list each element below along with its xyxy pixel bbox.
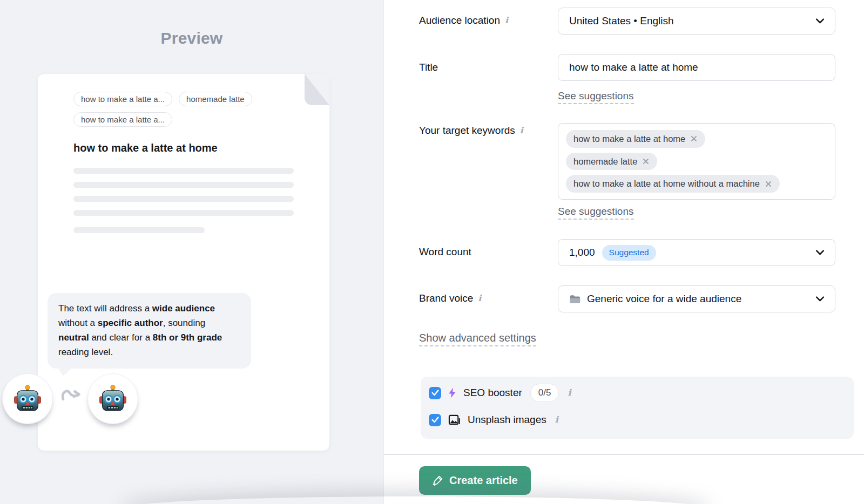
info-icon[interactable]: i xyxy=(478,294,481,303)
robot-avatar xyxy=(87,373,138,424)
suggested-badge: Suggested xyxy=(602,245,656,261)
keywords-see-suggestions-link[interactable]: See suggestions xyxy=(558,206,634,220)
title-label: Title xyxy=(419,62,438,73)
skeleton-line xyxy=(73,168,294,174)
preview-tag: homemade latte xyxy=(179,92,252,106)
seo-booster-option: SEO booster 0/5 i xyxy=(429,383,854,403)
skeleton-line xyxy=(73,182,294,188)
check-icon xyxy=(431,417,439,423)
keyword-chip-text: homemade latte xyxy=(573,156,637,167)
preview-keyword-tags: how to make a latte a... homemade latte … xyxy=(73,92,294,127)
unsplash-images-checkbox[interactable] xyxy=(429,414,441,426)
tooltip-text: The text will address a xyxy=(58,303,152,314)
tooltip-text: reading level. xyxy=(58,347,113,357)
keyword-chip: how to make a latte at home without a ma… xyxy=(566,175,780,193)
robot-icon xyxy=(98,384,127,413)
page-fold-corner xyxy=(305,74,329,105)
seo-booster-count-badge: 0/5 xyxy=(530,384,559,402)
folder-icon xyxy=(569,294,581,304)
robot-icon xyxy=(13,384,42,413)
lightning-icon xyxy=(448,387,456,399)
article-settings-form: Audience location i United States • Engl… xyxy=(383,0,864,504)
preview-heading: Preview xyxy=(0,29,383,47)
image-icon xyxy=(448,414,461,426)
preview-tag: how to make a latte a... xyxy=(73,112,172,127)
seo-booster-label: SEO booster xyxy=(463,387,522,399)
tooltip-text-bold: neutral xyxy=(58,332,89,343)
robot-avatar xyxy=(2,373,53,424)
info-icon[interactable]: i xyxy=(505,16,508,25)
tooltip-text: and clear for a xyxy=(89,332,153,343)
audience-location-select[interactable]: United States • English xyxy=(558,8,835,35)
skeleton-line xyxy=(73,227,205,233)
create-article-label: Create article xyxy=(449,474,518,487)
unsplash-images-option: Unsplash images i xyxy=(429,410,854,430)
word-count-select[interactable]: 1,000 Suggested xyxy=(558,239,835,266)
preview-tag: how to make a latte a... xyxy=(73,92,172,106)
brand-voice-value: Generic voice for a wide audience xyxy=(587,293,741,305)
close-icon[interactable] xyxy=(690,135,698,142)
preview-article-title: how to make a latte at home xyxy=(73,142,294,154)
keyword-chip: how to make a latte at home xyxy=(566,130,705,148)
brand-voice-label: Brand voice i xyxy=(419,292,481,304)
tooltip-text: , sounding xyxy=(163,318,205,328)
brand-voice-select[interactable]: Generic voice for a wide audience xyxy=(558,285,835,312)
keyword-chip-text: how to make a latte at home without a ma… xyxy=(573,179,760,189)
title-input[interactable] xyxy=(558,54,835,81)
footer-divider xyxy=(384,454,864,455)
tooltip-text: without a xyxy=(58,318,98,328)
audience-description-tooltip: The text will address a wide audience wi… xyxy=(48,293,251,369)
unsplash-images-label: Unsplash images xyxy=(468,414,546,426)
skeleton-text-lines xyxy=(73,168,294,233)
preview-panel: Preview how to make a latte a... homemad… xyxy=(0,0,383,504)
keyword-chip-text: how to make a latte at home xyxy=(573,134,685,144)
label-text: Brand voice xyxy=(419,292,473,304)
chevron-down-icon xyxy=(815,18,825,24)
skeleton-line xyxy=(73,210,294,216)
tooltip-text-bold: specific author xyxy=(98,318,163,328)
check-icon xyxy=(431,390,439,396)
label-text: Title xyxy=(419,62,438,73)
skeleton-line xyxy=(73,196,294,202)
content-generator-page: Preview how to make a latte a... homemad… xyxy=(0,0,864,504)
tooltip-text-bold: wide audience xyxy=(152,303,215,314)
label-text: Word count xyxy=(419,246,471,258)
tooltip-text-bold: 8th or 9th grade xyxy=(153,332,222,343)
info-icon[interactable]: i xyxy=(568,389,571,397)
seo-booster-checkbox[interactable] xyxy=(429,387,441,399)
target-keywords-label: Your target keywords i xyxy=(419,125,523,137)
info-icon[interactable]: i xyxy=(520,126,523,135)
audience-location-value: United States • English xyxy=(569,15,674,27)
chevron-down-icon xyxy=(815,296,825,302)
audience-location-label: Audience location i xyxy=(419,15,508,26)
title-see-suggestions-link[interactable]: See suggestions xyxy=(558,90,634,104)
close-icon[interactable] xyxy=(765,180,772,188)
word-count-value: 1,000 xyxy=(569,247,595,258)
create-article-button[interactable]: Create article xyxy=(419,466,531,495)
label-text: Audience location xyxy=(419,15,500,26)
curved-arrow-icon xyxy=(59,384,82,405)
word-count-label: Word count xyxy=(419,246,471,258)
close-icon[interactable] xyxy=(642,158,650,165)
label-text: Your target keywords xyxy=(419,125,515,137)
chevron-down-icon xyxy=(815,250,825,256)
target-keywords-input[interactable]: how to make a latte at home homemade lat… xyxy=(558,123,835,200)
show-advanced-settings-link[interactable]: Show advanced settings xyxy=(419,332,536,346)
magic-pen-icon xyxy=(432,475,443,486)
info-icon[interactable]: i xyxy=(555,416,558,424)
options-panel: SEO booster 0/5 i Unsplash images i xyxy=(421,377,854,439)
keyword-chip: homemade latte xyxy=(566,153,657,171)
